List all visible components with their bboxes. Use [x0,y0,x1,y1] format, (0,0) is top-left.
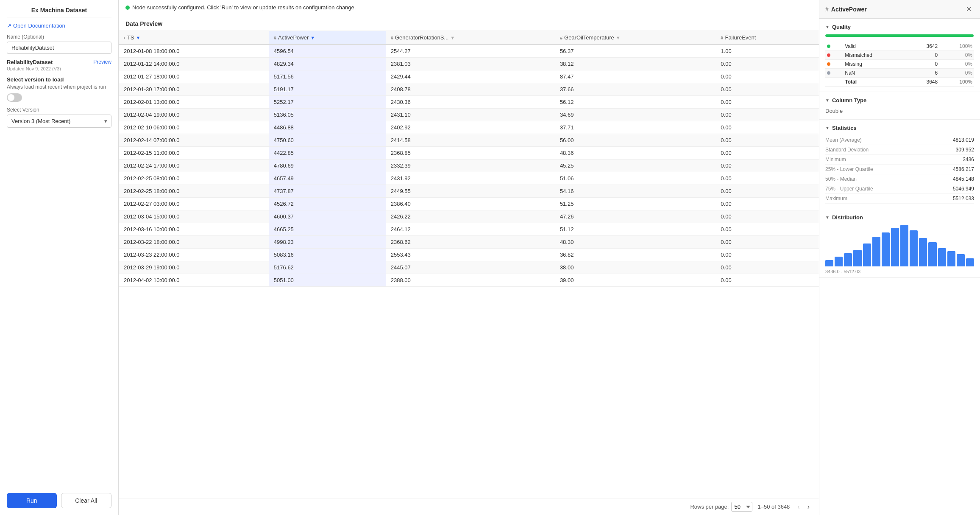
table-cell: 0.00 [716,134,819,147]
table-row: 2012-02-04 19:00:00.05136.052431.1034.69… [119,109,819,121]
table-cell: 37.71 [555,121,716,134]
quality-dot [827,71,830,75]
sidebar-footer: Run Clear All [7,493,111,508]
table-body: 2012-01-08 18:00:00.04596.542544.2756.37… [119,45,819,287]
rows-per-page-label: Rows per page: [690,504,729,510]
quality-dot-cell [825,42,843,51]
ts-filter-icon[interactable]: ▼ [136,35,141,40]
table-cell: 2431.92 [386,172,555,185]
table-cell: 56.00 [555,134,716,147]
dataset-name-label: ReliabilityDataset [7,59,61,65]
data-table: ▪ TS ▼ # ActivePower ▼ [119,31,819,287]
hash-icon: # [825,6,829,13]
toggle-switch[interactable] [7,93,22,102]
failure-type-icon: # [721,35,723,40]
genrot-filter-icon[interactable]: ▼ [450,35,455,40]
table-cell: 0.00 [716,109,819,121]
prev-page-button[interactable]: ‹ [795,502,802,512]
genrot-type-icon: # [391,35,393,40]
quality-dot [827,62,830,66]
rows-per-page-select[interactable]: 50 100 25 [731,502,752,512]
stat-row: Standard Deviation 309.952 [825,145,974,155]
right-panel-header: # ActivePower ✕ [819,0,980,19]
quality-title-text: Quality [832,24,851,30]
table-cell: 2431.10 [386,109,555,121]
table-cell: 38.00 [555,261,716,274]
table-row: 2012-02-15 11:00:00.04422.852368.8548.36… [119,147,819,160]
table-cell: 51.06 [555,172,716,185]
ts-type-icon: ▪ [124,35,125,40]
table-cell: 4998.23 [269,236,386,249]
right-panel-title: # ActivePower [825,6,867,13]
distribution-bar [825,260,833,266]
run-button[interactable]: Run [7,493,57,508]
quality-label: Valid [843,42,908,51]
table-row: 2012-01-27 18:00:00.05171.562429.4487.47… [119,70,819,83]
chart-range: 3436.0 - 5512.03 [825,269,974,274]
table-row: 2012-02-10 06:00:00.04486.882402.9237.71… [119,121,819,134]
table-cell: 0.00 [716,236,819,249]
table-cell: 5171.56 [269,70,386,83]
dataset-updated: Updated Nov 9, 2022 (V3) [7,66,61,71]
activepower-filter-icon[interactable]: ▼ [310,35,315,40]
table-cell: 2544.27 [386,45,555,58]
quality-dot [827,53,830,57]
notification-bar: Node successfully configured. Click 'Run… [119,0,819,15]
total-label [825,78,843,87]
table-cell: 56.12 [555,96,716,109]
table-cell: 2386.40 [386,198,555,210]
table-row: 2012-02-27 03:00:00.04526.722386.4051.25… [119,198,819,210]
quality-total-value: 3648 [908,78,939,87]
table-cell: 0.00 [716,198,819,210]
name-input[interactable] [7,42,111,54]
table-row: 2012-02-14 07:00:00.04750.602414.5856.00… [119,134,819,147]
table-cell: 0.00 [716,58,819,70]
statistics-section: ▼ Statistics Mean (Average) 4813.019 Sta… [819,120,980,209]
next-page-button[interactable]: › [805,502,812,512]
column-type-title[interactable]: ▼ Column Type [825,97,974,104]
stat-label: Maximum [825,196,847,202]
quality-section-title[interactable]: ▼ Quality [825,24,974,30]
stat-label: 75% - Upper Quartile [825,186,873,192]
statistics-title[interactable]: ▼ Statistics [825,125,974,131]
table-cell: 0.00 [716,274,819,287]
stat-row: Minimum 3436 [825,155,974,165]
clear-all-button[interactable]: Clear All [61,493,112,508]
quality-bar [825,34,974,37]
table-cell: 2012-03-16 10:00:00.0 [119,223,269,236]
quality-dot [827,45,830,48]
activepower-type-icon: # [274,35,276,40]
table-cell: 2368.85 [386,147,555,160]
stat-value: 5046.949 [953,186,974,192]
quality-table-body: Valid 3642 100% Mismatched 0 0% Missing … [825,42,974,78]
close-panel-button[interactable]: ✕ [963,4,974,14]
table-cell: 2381.03 [386,58,555,70]
stat-label: 50% - Median [825,176,857,182]
table-cell: 48.36 [555,147,716,160]
table-cell: 2388.00 [386,274,555,287]
quality-row: Missing 0 0% [825,60,974,69]
table-cell: 4737.87 [269,185,386,198]
quality-dot-cell [825,69,843,78]
quality-section: ▼ Quality Valid 3642 100% Mismatched 0 0… [819,19,980,92]
col-header-ts: ▪ TS ▼ [119,31,269,45]
quality-total-pct: 100% [939,78,974,87]
quality-value: 6 [908,69,939,78]
table-cell: 2429.44 [386,70,555,83]
table-cell: 2012-02-24 17:00:00.0 [119,160,269,172]
preview-link[interactable]: Preview [93,59,111,65]
table-cell: 0.00 [716,261,819,274]
open-documentation-link[interactable]: ↗ Open Documentation [7,22,111,29]
table-wrapper[interactable]: ▪ TS ▼ # ActivePower ▼ [119,31,819,498]
gearoil-filter-icon[interactable]: ▼ [616,35,621,40]
table-header-row: ▪ TS ▼ # ActivePower ▼ [119,31,819,45]
table-cell: 5191.17 [269,83,386,96]
stat-row: 50% - Median 4845.148 [825,174,974,184]
table-cell: 0.00 [716,70,819,83]
table-cell: 2012-01-12 14:00:00.0 [119,58,269,70]
table-cell: 0.00 [716,83,819,96]
version-select-wrapper: Version 3 (Most Recent) Version 2 Versio… [7,115,111,128]
version-select[interactable]: Version 3 (Most Recent) Version 2 Versio… [7,115,111,128]
table-cell: 4665.25 [269,223,386,236]
distribution-title[interactable]: ▼ Distribution [825,214,974,221]
